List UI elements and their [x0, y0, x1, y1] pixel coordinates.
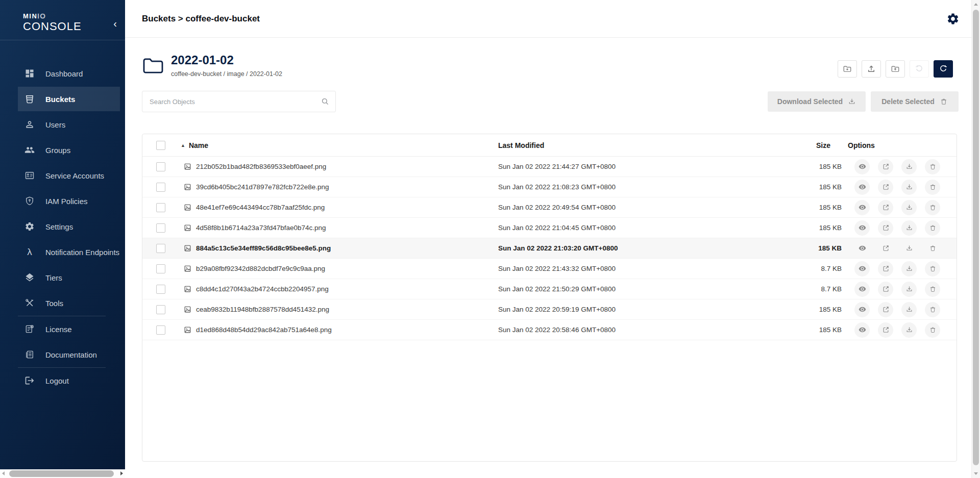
share-button[interactable] — [878, 302, 893, 317]
row-checkbox[interactable] — [156, 203, 165, 212]
rewind-button[interactable] — [910, 60, 929, 78]
object-name[interactable]: ceab9832b11948bfb2887578dd451432.png — [196, 306, 329, 313]
upload-folder-button[interactable] — [886, 60, 905, 78]
delete-button[interactable] — [925, 282, 940, 297]
delete-button[interactable] — [925, 261, 940, 276]
select-all-checkbox[interactable] — [156, 141, 165, 150]
row-checkbox[interactable] — [156, 244, 165, 253]
table-row[interactable]: c8dd4c1d270f43a2b4724ccbb2204957.png Sun… — [142, 279, 957, 299]
share-button[interactable] — [878, 322, 893, 338]
row-checkbox[interactable] — [156, 285, 165, 294]
object-name[interactable]: 4d58f8b1b6714a23a73fd47bfae0b74c.png — [196, 224, 326, 232]
preview-button[interactable] — [854, 180, 870, 195]
download-button[interactable] — [901, 220, 917, 236]
row-checkbox[interactable] — [156, 162, 165, 171]
share-button[interactable] — [878, 220, 893, 236]
preview-button[interactable] — [854, 159, 870, 174]
trash-icon — [940, 97, 948, 106]
scroll-up-arrow-icon[interactable] — [974, 3, 978, 6]
share-button[interactable] — [878, 241, 893, 256]
object-name[interactable]: 212b052b1bad482fb8369533ebf0aeef.png — [196, 163, 326, 170]
sidebar-item-logout[interactable]: Logout — [0, 368, 125, 393]
download-button[interactable] — [901, 302, 917, 317]
object-name[interactable]: b29a08fbf92342d882dcbdf7e9c9c9aa.png — [196, 265, 325, 272]
share-button[interactable] — [878, 200, 893, 215]
sidebar-item-buckets[interactable]: Buckets — [0, 86, 125, 112]
delete-button[interactable] — [925, 159, 940, 174]
delete-button[interactable] — [925, 322, 940, 338]
download-button[interactable] — [901, 261, 917, 276]
upload-file-button[interactable] — [862, 60, 881, 78]
table-row[interactable]: 212b052b1bad482fb8369533ebf0aeef.png Sun… — [142, 157, 957, 177]
preview-button[interactable] — [854, 241, 870, 256]
sidebar-item-notification-endpoints[interactable]: λ Notification Endpoints — [0, 239, 125, 265]
table-row[interactable]: ceab9832b11948bfb2887578dd451432.png Sun… — [142, 299, 957, 320]
breadcrumb[interactable]: Buckets > coffee-dev-bucket — [142, 0, 260, 38]
share-button[interactable] — [878, 261, 893, 276]
preview-button[interactable] — [854, 200, 870, 215]
license-icon — [24, 324, 35, 334]
sidebar-item-iam-policies[interactable]: IAM Policies — [0, 188, 125, 214]
share-icon — [882, 265, 890, 272]
preview-button[interactable] — [854, 302, 870, 317]
row-checkbox[interactable] — [156, 325, 165, 335]
object-name[interactable]: 48e41ef7e69c443494cc78b7aaf25fdc.png — [196, 204, 325, 211]
download-button[interactable] — [901, 180, 917, 195]
preview-button[interactable] — [854, 322, 870, 338]
sidebar-item-license[interactable]: License — [0, 316, 125, 342]
search-input[interactable] — [142, 91, 336, 112]
sidebar-item-users[interactable]: Users — [0, 112, 125, 137]
download-button[interactable] — [901, 159, 917, 174]
horizontal-scrollbar-thumb[interactable] — [9, 470, 114, 477]
vertical-scrollbar[interactable] — [971, 0, 980, 478]
refresh-button[interactable] — [934, 60, 953, 78]
table-row[interactable]: d1ed868d48b54dd29ac842ab751a64e8.png Sun… — [142, 320, 957, 340]
delete-button[interactable] — [925, 200, 940, 215]
delete-button[interactable] — [925, 302, 940, 317]
table-row[interactable]: b29a08fbf92342d882dcbdf7e9c9c9aa.png Sun… — [142, 259, 957, 279]
download-button[interactable] — [901, 200, 917, 215]
download-button[interactable] — [901, 322, 917, 338]
sidebar-item-documentation[interactable]: Documentation — [0, 342, 125, 367]
download-button[interactable] — [901, 241, 917, 256]
object-name[interactable]: 884a5c13c5e34eff89c56d8c95bee8e5.png — [196, 244, 331, 252]
sidebar-item-tiers[interactable]: Tiers — [0, 265, 125, 290]
scroll-right-arrow-icon[interactable] — [120, 471, 123, 475]
row-checkbox[interactable] — [156, 183, 165, 192]
preview-button[interactable] — [854, 220, 870, 236]
preview-button[interactable] — [854, 261, 870, 276]
object-name[interactable]: 39cd6b405bc241d7897e782fcb722e8e.png — [196, 183, 329, 191]
row-checkbox[interactable] — [156, 305, 165, 314]
sidebar-item-service-accounts[interactable]: Service Accounts — [0, 163, 125, 188]
share-button[interactable] — [878, 159, 893, 174]
delete-selected-button[interactable]: Delete Selected — [871, 91, 959, 112]
share-button[interactable] — [878, 282, 893, 297]
table-row-hovered[interactable]: 884a5c13c5e34eff89c56d8c95bee8e5.png Sun… — [142, 238, 957, 259]
table-row[interactable]: 39cd6b405bc241d7897e782fcb722e8e.png Sun… — [142, 177, 957, 197]
object-name[interactable]: d1ed868d48b54dd29ac842ab751a64e8.png — [196, 326, 332, 334]
scroll-down-arrow-icon[interactable] — [974, 472, 978, 475]
table-row[interactable]: 4d58f8b1b6714a23a73fd47bfae0b74c.png Sun… — [142, 218, 957, 238]
sidebar-item-dashboard[interactable]: Dashboard — [0, 61, 125, 86]
row-checkbox[interactable] — [156, 223, 165, 233]
sidebar-item-settings[interactable]: Settings — [0, 214, 125, 239]
horizontal-scrollbar[interactable] — [0, 469, 125, 478]
add-path-button[interactable] — [838, 60, 857, 78]
download-selected-button[interactable]: Download Selected — [768, 91, 866, 112]
sidebar-item-groups[interactable]: Groups — [0, 137, 125, 163]
scroll-left-arrow-icon[interactable] — [2, 471, 5, 475]
download-button[interactable] — [901, 282, 917, 297]
object-name[interactable]: c8dd4c1d270f43a2b4724ccbb2204957.png — [196, 285, 329, 293]
column-header-name[interactable]: ▲ Name — [181, 141, 498, 149]
delete-button[interactable] — [925, 180, 940, 195]
delete-button[interactable] — [925, 241, 940, 256]
delete-button[interactable] — [925, 220, 940, 236]
table-row[interactable]: 48e41ef7e69c443494cc78b7aaf25fdc.png Sun… — [142, 197, 957, 218]
vertical-scrollbar-thumb[interactable] — [973, 10, 979, 465]
settings-gear-button[interactable] — [946, 12, 960, 27]
row-checkbox[interactable] — [156, 264, 165, 273]
sidebar-collapse-button[interactable]: ‹ — [113, 18, 117, 29]
share-button[interactable] — [878, 180, 893, 195]
sidebar-item-tools[interactable]: Tools — [0, 290, 125, 316]
preview-button[interactable] — [854, 282, 870, 297]
